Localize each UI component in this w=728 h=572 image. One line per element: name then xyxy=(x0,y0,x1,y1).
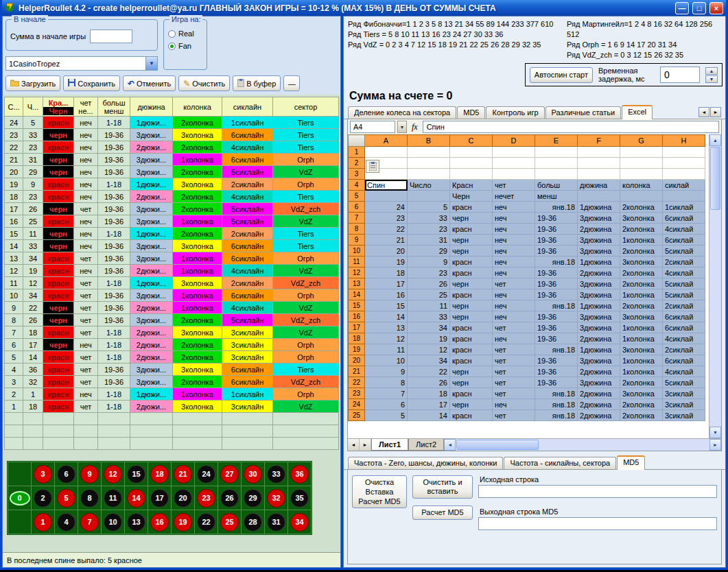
excel-cell[interactable] xyxy=(578,147,620,158)
spin-table-row[interactable]: 1511черннеч1-181дюжи...2колонка2сиклайнT… xyxy=(5,228,339,240)
excel-cell[interactable]: 6сиклай xyxy=(663,235,705,246)
excel-cell[interactable] xyxy=(663,158,705,169)
excel-cell[interactable] xyxy=(365,191,408,202)
excel-cell[interactable]: 16 xyxy=(365,289,408,300)
excel-cell[interactable]: черн xyxy=(450,246,493,257)
spin-table-row[interactable]: 436краснчет19-363дюжи...3колонка6сиклайн… xyxy=(5,364,339,376)
wheel-number[interactable]: 26 xyxy=(220,489,239,508)
wheel-number[interactable]: 10 xyxy=(104,513,122,532)
excel-cell[interactable] xyxy=(535,147,578,158)
excel-cell[interactable]: 2дюжина xyxy=(578,224,620,235)
excel-cell[interactable]: 1дюжина xyxy=(578,202,620,213)
excel-cell[interactable]: неч xyxy=(493,235,535,246)
excel-cell[interactable]: неч xyxy=(493,289,535,300)
excel-row-header[interactable]: 19 xyxy=(349,344,365,355)
excel-cell[interactable] xyxy=(450,147,493,158)
excel-cell[interactable]: 19-36 xyxy=(535,224,578,235)
excel-cell[interactable]: 19-36 xyxy=(535,355,578,366)
excel-cell[interactable]: неч xyxy=(493,202,535,213)
tab-md5[interactable]: MD5 xyxy=(617,455,645,470)
excel-cell[interactable]: чет xyxy=(493,180,535,191)
excel-column-header[interactable]: D xyxy=(493,135,535,147)
excel-cell[interactable]: 2дюжина xyxy=(578,399,620,410)
excel-column-header[interactable]: H xyxy=(663,135,705,147)
excel-column-header[interactable]: C xyxy=(450,135,493,147)
excel-cell[interactable] xyxy=(663,191,705,202)
minimize-button[interactable]: — xyxy=(675,2,689,14)
excel-cell[interactable] xyxy=(450,169,493,180)
wheel-number[interactable]: 22 xyxy=(197,513,215,532)
excel-cell[interactable]: янв.18 xyxy=(535,399,578,410)
wheel-number[interactable]: 29 xyxy=(244,489,262,508)
paste-options-button[interactable] xyxy=(366,160,379,173)
excel-cell[interactable]: 6сиклай xyxy=(663,311,705,322)
excel-cell[interactable]: 19-36 xyxy=(535,235,578,246)
excel-cell[interactable]: 26 xyxy=(408,278,450,289)
excel-cell[interactable]: неч xyxy=(493,257,535,267)
excel-cell[interactable]: 3колонка xyxy=(620,388,663,399)
spin-table-row[interactable]: 617черннеч1-182дюжи...2колонка3сиклайнOr… xyxy=(5,339,339,351)
excel-cell[interactable]: янв.18 xyxy=(535,344,578,355)
wheel-number[interactable]: 2 xyxy=(34,489,52,508)
excel-cell[interactable]: 3дюжина xyxy=(578,246,620,257)
maximize-button[interactable]: □ xyxy=(692,2,706,14)
spin-table-row[interactable]: 2131черннеч19-363дюжи...1колонка6сиклайн… xyxy=(5,154,339,166)
spin-table-row[interactable]: 2223красннеч19-362дюжи...2колонка4сиклай… xyxy=(5,141,339,154)
excel-cell[interactable]: 26 xyxy=(408,377,450,388)
excel-cell[interactable]: черн xyxy=(450,366,493,377)
excel-cell[interactable]: Красн xyxy=(450,180,493,191)
spin-table-row[interactable]: 514краснчет1-182дюжи...2колонка3сиклайнO… xyxy=(5,351,339,364)
excel-cell[interactable] xyxy=(578,158,620,169)
excel-cell[interactable]: черн xyxy=(450,213,493,224)
excel-cell[interactable]: 19-36 xyxy=(535,377,578,388)
load-button[interactable]: Загрузить xyxy=(5,75,60,91)
excel-cell[interactable] xyxy=(408,147,450,158)
excel-cell[interactable]: 12 xyxy=(408,344,450,355)
wheel-number[interactable]: 11 xyxy=(104,489,122,508)
excel-cell[interactable]: красн xyxy=(450,224,493,235)
excel-cell[interactable]: неч xyxy=(493,399,535,410)
wheel-number[interactable]: 12 xyxy=(104,465,122,484)
output-string-input[interactable] xyxy=(478,517,717,530)
excel-cell[interactable]: чет xyxy=(493,278,535,289)
excel-cell[interactable]: 1дюжина xyxy=(578,257,620,267)
wheel-number-zero[interactable]: 0 xyxy=(10,491,30,505)
excel-cell[interactable]: 4сиклай xyxy=(663,333,705,344)
sheet-tab-лист2[interactable]: Лист2 xyxy=(408,439,444,451)
sheet-nav-left-icon[interactable]: ◄ xyxy=(348,439,360,451)
scroll-up-icon[interactable]: ▲ xyxy=(709,134,721,146)
excel-cell[interactable]: чет xyxy=(493,388,535,399)
excel-cell[interactable]: чет xyxy=(493,322,535,333)
excel-cell[interactable]: 2колонка xyxy=(620,399,663,410)
excel-cell[interactable]: 21 xyxy=(365,235,408,246)
spin-table-row[interactable]: 1433черннеч19-363дюжи...3колонка6сиклайн… xyxy=(5,240,339,252)
excel-cell[interactable]: 19-36 xyxy=(535,311,578,322)
excel-row-header[interactable]: 7 xyxy=(349,213,365,224)
scroll-down-icon[interactable]: ▼ xyxy=(709,427,721,438)
excel-cell[interactable]: 6сиклай xyxy=(663,355,705,366)
wheel-number[interactable]: 15 xyxy=(127,465,145,484)
excel-cell[interactable]: 23 xyxy=(365,213,408,224)
excel-cell[interactable]: 3сиклай xyxy=(663,399,705,410)
wheel-number[interactable]: 25 xyxy=(220,513,239,532)
excel-cell[interactable]: 14 xyxy=(365,311,408,322)
spin-table-row[interactable]: 718краснчет1-182дюжи...3колонка3сиклайнV… xyxy=(5,326,339,339)
dropdown-arrow-icon[interactable]: ▼ xyxy=(145,57,157,70)
excel-cell[interactable]: 20 xyxy=(365,246,408,257)
excel-cell[interactable] xyxy=(493,158,535,169)
excel-row-header[interactable]: 18 xyxy=(349,333,365,344)
excel-cell[interactable]: 23 xyxy=(408,267,450,278)
excel-cell[interactable]: неч xyxy=(493,224,535,235)
save-button[interactable]: Сохранить xyxy=(63,75,120,91)
tab-частота-zero-шансы-дюжины-колонки[interactable]: Частота - Zero, шансы, дюжины, колонки xyxy=(348,457,503,469)
excel-cell[interactable] xyxy=(408,191,450,202)
excel-cell[interactable]: янв.18 xyxy=(535,300,578,311)
wheel-number[interactable]: 30 xyxy=(244,465,262,484)
excel-cell[interactable]: 6сиклай xyxy=(663,322,705,333)
excel-cell[interactable]: 5 xyxy=(365,410,408,421)
excel-cell[interactable]: 5 xyxy=(408,202,450,213)
excel-cell[interactable]: красн xyxy=(450,410,493,421)
calc-md5-button[interactable]: Расчет MD5 xyxy=(412,505,473,520)
excel-row-header[interactable]: 1 xyxy=(349,147,365,158)
excel-cell[interactable]: 1сиклай xyxy=(663,202,705,213)
